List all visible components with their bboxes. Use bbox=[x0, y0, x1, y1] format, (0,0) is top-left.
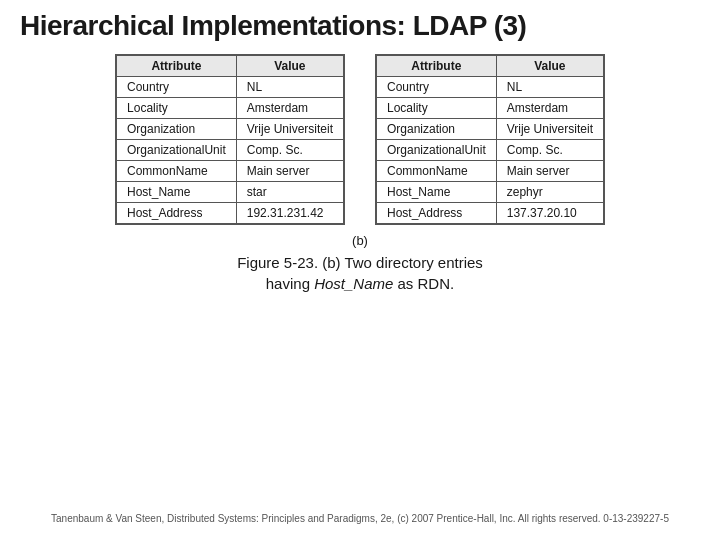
table-b-header-value: Value bbox=[496, 56, 603, 77]
caption-line1: Figure 5-23. (b) Two directory entries bbox=[237, 254, 483, 271]
tables-container: Attribute Value CountryNLLocalityAmsterd… bbox=[115, 54, 605, 225]
label-b: (b) bbox=[352, 233, 368, 248]
table-row: OrganizationVrije Universiteit bbox=[377, 119, 604, 140]
table-row: LocalityAmsterdam bbox=[377, 98, 604, 119]
table-a-wrapper: Attribute Value CountryNLLocalityAmsterd… bbox=[115, 54, 345, 225]
table-row: CommonNameMain server bbox=[117, 161, 344, 182]
table-row: OrganizationalUnitComp. Sc. bbox=[377, 140, 604, 161]
table-b-header-attribute: Attribute bbox=[377, 56, 497, 77]
table-row: Host_Namezephyr bbox=[377, 182, 604, 203]
table-row: Host_Namestar bbox=[117, 182, 344, 203]
table-row: LocalityAmsterdam bbox=[117, 98, 344, 119]
table-row: Host_Address192.31.231.42 bbox=[117, 203, 344, 224]
caption-line2: having Host_Name as RDN. bbox=[266, 275, 454, 292]
table-row: CountryNL bbox=[377, 77, 604, 98]
table-row: CountryNL bbox=[117, 77, 344, 98]
table-row: Host_Address137.37.20.10 bbox=[377, 203, 604, 224]
footer-text: Tanenbaum & Van Steen, Distributed Syste… bbox=[51, 513, 669, 530]
table-row: OrganizationVrije Universiteit bbox=[117, 119, 344, 140]
table-a-header-value: Value bbox=[236, 56, 343, 77]
page-title: Hierarchical Implementations: LDAP (3) bbox=[20, 10, 700, 42]
table-row: CommonNameMain server bbox=[377, 161, 604, 182]
table-a: Attribute Value CountryNLLocalityAmsterd… bbox=[116, 55, 344, 224]
table-row: OrganizationalUnitComp. Sc. bbox=[117, 140, 344, 161]
table-a-header-attribute: Attribute bbox=[117, 56, 237, 77]
table-b: Attribute Value CountryNLLocalityAmsterd… bbox=[376, 55, 604, 224]
page: Hierarchical Implementations: LDAP (3) A… bbox=[0, 0, 720, 540]
table-b-wrapper: Attribute Value CountryNLLocalityAmsterd… bbox=[375, 54, 605, 225]
